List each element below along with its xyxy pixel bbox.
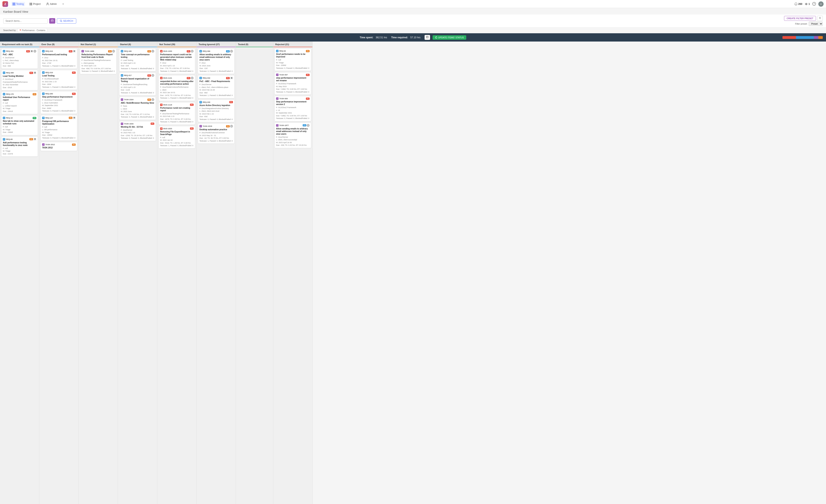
card-meta: F: Zeuz/Node/Actions/Common M: 2023 May …	[199, 131, 233, 142]
card-id: REQ-332	[203, 77, 210, 79]
nav-testing[interactable]: Testing	[11, 2, 25, 6]
card-list: RREQ-62P2ZeuZ performance needs to be im…	[273, 47, 312, 504]
filter-remove-button[interactable]: ✕	[19, 29, 21, 32]
card-meta: F: Zeuz M: 2022 Dec 16-31 Due: -172d Tes…	[42, 56, 76, 67]
card-req-283[interactable]: RREQ-283P1Step performance ImprovementF:…	[41, 91, 77, 114]
kanban-board: Requirement with no task (5)RREQ-351P1🖼U…	[0, 42, 826, 504]
svg-point-20	[820, 17, 820, 18]
card-avatar: U	[230, 50, 233, 53]
card-req-62[interactable]: RREQ-62P2ZeuZ performance needs to be im…	[275, 48, 311, 71]
card-header: TTASK-1686P2U	[81, 50, 115, 53]
help-button[interactable]: ?	[812, 2, 816, 6]
req-type-icon: R	[121, 74, 123, 77]
req-type-icon: R	[3, 117, 5, 119]
search-input[interactable]	[3, 18, 48, 23]
card-header: BBUG-1118P1	[160, 104, 194, 106]
card-task-1644[interactable]: TTASK-1644P1Meeting 01 feb - 15 FebF: Ze…	[119, 121, 156, 141]
card-bug-1023[interactable]: BBUG-1023P1Removing File Export/Import i…	[159, 126, 195, 148]
logo[interactable]: Z	[2, 1, 8, 7]
card-meta: F: Zeuz/Node/Actions/Performance L: clie…	[160, 86, 194, 100]
card-meta: F: Zeut/Server/Testing/Branching M: 2023…	[121, 83, 154, 94]
card-header: TTASK-2219P2U	[199, 125, 233, 128]
search-button[interactable]: SEARCH	[57, 18, 76, 23]
card-header: TTASK-1644P1	[121, 123, 154, 125]
nav-project[interactable]: Project	[28, 2, 42, 6]
card-bug-1203[interactable]: BBUG-1203P1UPerformance report could not…	[159, 48, 195, 74]
card-header: BBUG-1023P1	[160, 127, 194, 130]
card-req-65[interactable]: RREQ-65P2🖼Add performance testing functi…	[1, 136, 38, 157]
card-id: TASK-2012	[45, 143, 55, 145]
card-title: Allow sending emails to arbitrary email …	[199, 53, 233, 61]
card-id: REQ-283	[45, 93, 53, 95]
req-type-icon: R	[42, 50, 45, 52]
table-view-button[interactable]	[424, 35, 430, 40]
kanban-column-testing-ignored: Testing Ignored (27)RREQ-366P3UAllow sen…	[197, 42, 236, 504]
card-req-18[interactable]: RREQ-18P4New tab to show only automated …	[1, 115, 38, 135]
card-id: BUG-1118	[163, 104, 172, 106]
req-type-icon: R	[3, 72, 5, 74]
kanban-column-not-started: Not Started (1)TTASK-1686P2URefactoring …	[79, 42, 118, 504]
avatar[interactable]: U	[818, 1, 824, 7]
card-header: RREQ-366P3U	[199, 50, 233, 53]
priority-badge: P2	[148, 99, 151, 101]
card-bug-1118[interactable]: BBUG-1118P1Performance runid not creatin…	[159, 102, 195, 125]
card-task-926[interactable]: TTASK-926P1Step performance improvement …	[275, 96, 311, 121]
card-list: TTASK-1686P2URefactoring Performance Rep…	[79, 47, 118, 504]
integrations[interactable]: 1	[805, 2, 810, 6]
card-task-2324[interactable]: TTASK-2324P2UABC: Node/Browser Running S…	[119, 97, 156, 120]
project-icon	[12, 3, 15, 5]
card-task-2219[interactable]: TTASK-2219P2UDesktop automation practice…	[198, 123, 235, 144]
priority-badge: P1	[151, 123, 154, 125]
card-title: step performance improvement set rename	[276, 77, 309, 82]
card-req-366[interactable]: RREQ-366P3UAllow sending emails to arbit…	[198, 48, 235, 74]
card-task-937[interactable]: TTASK-937P1step performance improvement …	[275, 72, 311, 95]
settings-button[interactable]	[817, 16, 823, 21]
filter-tag: ✕ Performance - Contains	[17, 28, 47, 32]
card-bug-1141[interactable]: BBUG-1141P1Usequential Action not runnin…	[159, 75, 195, 101]
card-req-351[interactable]: RREQ-351P1🖼UPoC - ABCF: Zeut/Server L: P…	[1, 48, 38, 69]
card-title: Step performance Improvement	[42, 96, 76, 98]
card-task-2012[interactable]: TTASK-2012P2TASK-2012	[41, 142, 77, 151]
nav-admin[interactable]: Admin	[45, 2, 58, 6]
update-status-button[interactable]: UPDATE ITEMS' STATUS	[432, 35, 466, 40]
nav-add[interactable]: +	[61, 2, 65, 6]
card-task-1877[interactable]: TTASK-1877P3UAllow sending emails to arb…	[275, 123, 311, 148]
card-req-330[interactable]: RREQ-330P1Azure Active Directory tegrati…	[198, 100, 235, 122]
card-req-315[interactable]: RREQ-315P1🖼Performance/Load testingF: Ze…	[41, 48, 77, 69]
priority-badge: P1	[190, 127, 194, 130]
priority-badge: P1	[306, 74, 309, 76]
card-req-310[interactable]: RREQ-310P1Load TestingF: OLD/tesssst/tra…	[41, 70, 77, 90]
create-filter-preset-button[interactable]: CREATE FILTER PRESET	[784, 16, 816, 21]
card-title: Removing File Export/Import in SearchPag…	[160, 130, 194, 136]
card-req-332[interactable]: RREQ-332P1🖼PoC - ABC - Final Requirement…	[198, 75, 235, 99]
filter-preset-select[interactable]: Preset	[809, 21, 823, 26]
notifications[interactable]: 260	[794, 2, 802, 6]
card-req-147[interactable]: RREQ-147P2🖼Postgresql DB performance Opt…	[41, 115, 77, 141]
card-req-317[interactable]: RREQ-317P1UBranch based organization of …	[119, 73, 156, 96]
card-title: Allow sending emails to arbitrary email …	[276, 127, 309, 135]
asterisk-icon	[805, 2, 808, 6]
bug-type-icon: B	[160, 127, 163, 130]
card-req-308[interactable]: RREQ-308P1🖼Load Testing WishlistF: OLD/Z…	[1, 70, 38, 90]
pb-red	[782, 36, 796, 39]
card-meta: F: Zeut/Server M: 2023 Feb 1-15 Due: -12…	[121, 129, 154, 140]
column-header: Rejected (21)	[273, 42, 312, 47]
card-list: RREQ-366P3UAllow sending emails to arbit…	[197, 47, 236, 504]
column-header: Started (6)	[118, 42, 157, 47]
grid-icon	[30, 3, 32, 5]
card-header: RREQ-62P2	[276, 50, 309, 52]
card-req-178[interactable]: RREQ-178P2Individual User Performance re…	[1, 91, 38, 114]
priority-badge: P3	[303, 124, 306, 126]
card-req-345[interactable]: RREQ-345P2UTime concept on performance t…	[119, 48, 156, 71]
card-meta: F: Zeuz/Server L: client, PoC, client-ch…	[199, 83, 233, 97]
card-id: REQ-317	[124, 74, 132, 76]
card-header: RREQ-308P1🖼	[3, 71, 36, 74]
card-header: RREQ-317P1U	[121, 74, 154, 77]
task-type-icon: T	[276, 74, 279, 76]
calendar-button[interactable]	[49, 18, 55, 23]
card-header: RREQ-315P1🖼	[42, 50, 76, 53]
searched-by: Searched by: ✕ Performance - Contains	[0, 27, 826, 33]
card-task-1686[interactable]: TTASK-1686P2URefactoring Performance Rep…	[80, 48, 117, 74]
card-list	[236, 47, 273, 504]
card-header: RREQ-345P2U	[121, 50, 154, 53]
